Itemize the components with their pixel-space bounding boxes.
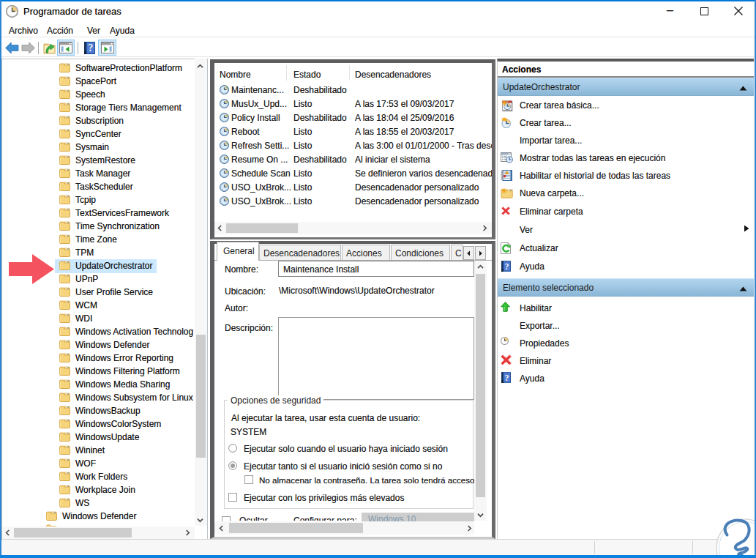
svg-text:?: ?: [505, 261, 509, 272]
svg-text:?: ?: [88, 42, 93, 53]
svg-text:?: ?: [505, 373, 509, 383]
